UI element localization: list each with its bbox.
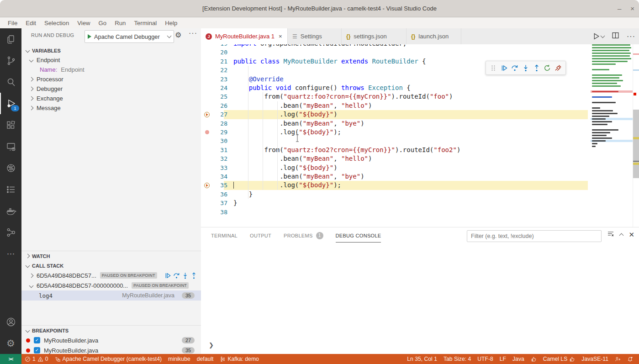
activity-docker[interactable]	[0, 200, 21, 222]
minimap-row	[591, 121, 633, 122]
step-out-icon[interactable]	[190, 272, 197, 279]
status-notifications[interactable]	[624, 354, 636, 364]
step-over-icon[interactable]	[173, 272, 180, 279]
step-into-icon[interactable]	[522, 64, 529, 72]
status-java-runtime[interactable]: JavaSE-11	[578, 354, 612, 364]
panel-tab-terminal[interactable]: TERMINAL	[211, 233, 238, 238]
call-stack-session[interactable]: 6D5A49D848DBC57...PAUSED ON BREAKPOINT	[21, 270, 201, 280]
activity-test-explorer[interactable]	[0, 179, 21, 200]
more-actions-icon[interactable]: ···	[189, 29, 197, 37]
call-stack-session[interactable]: 6D5A49D848DBC57-000000000...PAUSED ON BR…	[21, 280, 201, 290]
watch-header[interactable]: WATCH	[21, 251, 201, 261]
status-encoding[interactable]: UTF-8	[474, 354, 496, 364]
menu-item-selection[interactable]: Selection	[40, 20, 73, 26]
status-feedback[interactable]	[612, 354, 624, 364]
status-language-mode[interactable]: Java	[509, 354, 528, 364]
activity-run-and-debug[interactable]: 1	[0, 93, 21, 114]
status-camel-ls-status[interactable]: Camel LS	[540, 354, 579, 364]
restart-icon[interactable]	[544, 64, 551, 72]
tab-launch-json[interactable]: {}launch.json	[407, 28, 461, 44]
variables-row-message[interactable]: Message	[21, 103, 201, 113]
menu-item-help[interactable]: Help	[161, 20, 181, 26]
status-cursor-position[interactable]: Ln 35, Col 1	[404, 354, 440, 364]
activity-more-views[interactable]: ⋯	[0, 243, 21, 264]
split-editor-button[interactable]	[612, 32, 619, 41]
menu-item-view[interactable]: View	[73, 20, 94, 26]
status-java-status[interactable]	[528, 354, 540, 364]
activity-settings[interactable]: ⚙	[0, 332, 21, 354]
line-number: 31	[212, 146, 227, 154]
minimize-icon[interactable]: –	[618, 5, 621, 12]
call-stack-header[interactable]: CALL STACK	[21, 261, 201, 270]
remote-indicator[interactable]: ><	[0, 354, 21, 364]
step-out-icon[interactable]	[533, 64, 540, 72]
variables-header[interactable]: VARIABLES	[21, 46, 201, 55]
activity-topology[interactable]	[0, 222, 21, 243]
debug-console-filter[interactable]	[467, 230, 602, 242]
status-eol[interactable]: LF	[496, 354, 509, 364]
variables-row-endpoint[interactable]: Endpoint	[21, 55, 201, 65]
gutter-glyph[interactable]	[203, 110, 211, 119]
code-editor[interactable]: 19import org.apache.camel.builder.RouteB…	[201, 44, 639, 227]
extensions-icon	[5, 120, 16, 131]
close-icon[interactable]: ×	[630, 5, 634, 12]
tab-myroutebuilder-java[interactable]: JMyRouteBuilder.java 1×	[201, 28, 288, 44]
status-kafka-status[interactable]: Kafka: demo	[217, 354, 262, 364]
error-icon	[25, 356, 31, 362]
panel-tab-debug-console[interactable]: DEBUG CONSOLE	[336, 233, 381, 238]
line-number: 27	[212, 110, 227, 119]
status-minikube-context[interactable]: minikube	[165, 354, 194, 364]
close-panel-icon[interactable]: ✕	[628, 231, 634, 239]
launch-config-dropdown[interactable]: Apache Camel Debugger	[84, 30, 174, 43]
disconnect-icon[interactable]	[555, 64, 562, 72]
breakpoints-header[interactable]: BREAKPOINTS	[21, 326, 201, 335]
status-problems-status[interactable]: 10	[21, 354, 52, 364]
gutter-glyph[interactable]	[203, 181, 211, 190]
activity-source-control[interactable]	[0, 50, 21, 71]
clear-console-icon[interactable]	[607, 230, 614, 239]
watch-section: WATCH	[21, 251, 201, 261]
debug-console-prompt[interactable]: ❯	[209, 342, 214, 348]
panel-tab-problems[interactable]: PROBLEMS1	[284, 232, 323, 239]
activity-explorer[interactable]	[0, 28, 21, 50]
overview-ruler[interactable]	[633, 44, 639, 227]
variables-row-exchange[interactable]: Exchange	[21, 94, 201, 103]
breakpoint-checkbox[interactable]: ✓	[34, 337, 40, 343]
minimap-bar	[592, 74, 622, 76]
json-braces-icon: {}	[346, 33, 350, 40]
minimap[interactable]	[591, 44, 633, 227]
variable-item[interactable]: Name:Endpoint	[21, 65, 201, 74]
continue-icon[interactable]	[164, 272, 171, 279]
activity-search[interactable]	[0, 71, 21, 93]
menu-item-edit[interactable]: Edit	[21, 20, 40, 26]
variables-row-processor[interactable]: Processor	[21, 74, 201, 84]
stack-frame-selected[interactable]: log4MyRouteBuilder.java35	[21, 290, 201, 301]
menu-item-file[interactable]: File	[4, 20, 21, 26]
breakpoint-checkbox[interactable]: ✓	[34, 347, 40, 353]
run-file-button[interactable]	[592, 32, 604, 40]
breakpoint-row[interactable]: ✓MyRouteBuilder.java27	[21, 335, 201, 345]
continue-icon[interactable]	[501, 64, 508, 72]
gutter-glyph[interactable]	[203, 128, 211, 137]
menu-item-go[interactable]: Go	[95, 20, 111, 26]
status-debug-session[interactable]: Apache Camel Debugger (camelk-test4)	[52, 354, 165, 364]
close-icon[interactable]: ×	[279, 33, 282, 40]
activity-extensions[interactable]	[0, 114, 21, 136]
status-indentation[interactable]: Tab Size: 4	[440, 354, 474, 364]
more-actions-icon[interactable]: ···	[627, 32, 635, 41]
activity-accounts[interactable]	[0, 311, 21, 332]
activity-kubernetes[interactable]	[0, 157, 21, 179]
step-into-icon[interactable]	[182, 272, 189, 279]
maximize-panel-icon[interactable]	[620, 231, 623, 239]
variables-row-debugger[interactable]: Debugger	[21, 84, 201, 94]
status-namespace[interactable]: default	[194, 354, 217, 364]
activity-remote-explorer[interactable]	[0, 136, 21, 157]
filter-input[interactable]	[467, 233, 601, 239]
menu-item-terminal[interactable]: Terminal	[130, 20, 161, 26]
menu-item-run[interactable]: Run	[111, 20, 130, 26]
panel-tab-output[interactable]: OUTPUT	[250, 233, 271, 238]
step-over-icon[interactable]	[511, 64, 518, 72]
tab-settings-json[interactable]: {}settings.json	[342, 28, 407, 44]
debug-settings-gear-icon[interactable]: ⚙	[175, 31, 181, 39]
tab-settings[interactable]: ☰Settings	[288, 28, 342, 44]
